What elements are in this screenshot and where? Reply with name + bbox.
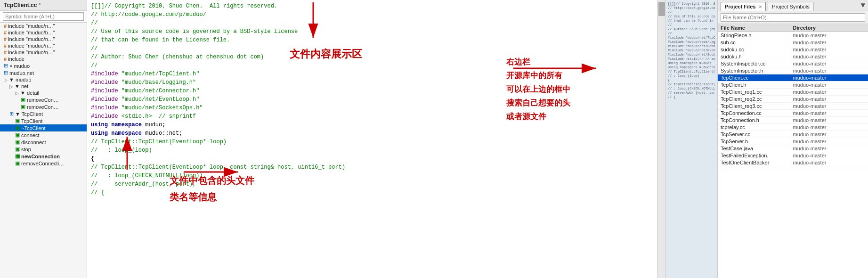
file-name-cell: TestCase.java xyxy=(721,146,793,151)
tree-item-muduo[interactable]: ⊞ × muduo xyxy=(0,62,87,69)
tree-item-detail_group[interactable]: ▷ ▼ detail xyxy=(0,90,87,96)
file-row[interactable]: tcprelay.ccmuduo-master xyxy=(718,124,868,131)
symbol-search-area xyxy=(0,11,87,23)
tree-item-removeConnec[interactable]: ▣ removeConnecti… xyxy=(0,160,87,167)
tree-item-label: include "muduo/n…" xyxy=(8,43,55,49)
code-content-area[interactable]: [[]]// Copyright 2010, Shuo Chen. All ri… xyxy=(87,0,657,278)
tree-item-include4[interactable]: # include "muduo/n…" xyxy=(0,42,87,49)
tree-item-removeCon2[interactable]: ▣ removeCon… xyxy=(0,103,87,110)
code-line: using namespace muduo; xyxy=(91,121,653,129)
minimap-line: using namespace muduo::net; xyxy=(668,65,715,70)
code-line: #include "muduo/net/SocketsOps.h" xyxy=(91,104,653,112)
tree-item-label: ~TcpClient xyxy=(21,125,46,131)
tree-item-include5[interactable]: # include "muduo/n…" xyxy=(0,49,87,56)
panel-collapse-button[interactable]: ▼ xyxy=(860,1,865,11)
file-table-header: File Name Directory xyxy=(718,24,868,32)
code-line: #include "muduo/net/EventLoop.h" xyxy=(91,95,653,104)
tree-item-include1[interactable]: # include "muduo/n…" xyxy=(0,23,87,29)
minimap-line: // xyxy=(668,32,715,36)
tree-item-net_group[interactable]: ▷ ▼ net xyxy=(0,83,87,90)
file-name-cell: TcpClient.h xyxy=(721,82,793,88)
tree-item-include6[interactable]: # include xyxy=(0,56,87,62)
tree-item-label: include "muduo/n…" xyxy=(8,49,55,55)
class-icon: ⊞ xyxy=(9,111,14,117)
tree-item-include2[interactable]: # include "muduo/b…" xyxy=(0,29,87,36)
file-name-cell: TcpConnection.h xyxy=(721,117,793,123)
file-row[interactable]: TcpClient_req3.ccmuduo-master xyxy=(718,103,868,110)
code-line: { xyxy=(91,155,653,163)
tree-item-label: ▼ net xyxy=(15,83,28,89)
tab-project-files[interactable]: Project Files × xyxy=(721,2,766,11)
scrollbar[interactable] xyxy=(657,0,665,278)
file-row[interactable]: TcpClient.hmuduo-master xyxy=(718,82,868,89)
symbol-search-input[interactable] xyxy=(3,12,84,21)
tree-item-muduo_net[interactable]: ⊞ muduo.net xyxy=(0,69,87,76)
tree-item-connect[interactable]: ▣ connect xyxy=(0,131,87,139)
file-name-cell: TcpServer.cc xyxy=(721,131,793,137)
minimap-line: // serverAddr_(host, port), xyxy=(668,91,715,95)
tree-item-label: ▼ muduo xyxy=(9,77,32,82)
minimap-line: // Author: Shuo Chen (chenshuo at chensh xyxy=(668,27,715,32)
tree-item-disconnect[interactable]: ▣ disconnect xyxy=(0,139,87,146)
code-line: // that can be found in the License file… xyxy=(91,36,653,44)
file-row[interactable]: TcpConnection.ccmuduo-master xyxy=(718,110,868,117)
tree-item-TcpClient[interactable]: ⊞ ▼ TcpClient xyxy=(0,110,87,117)
col-header-directory: Directory xyxy=(793,25,866,31)
file-row[interactable]: SystemInspector.ccmuduo-master xyxy=(718,60,868,67)
file-dir-cell: muduo-master xyxy=(793,33,866,38)
file-row[interactable]: TestOneClientBackermuduo-master xyxy=(718,159,868,166)
file-row[interactable]: TcpClient_req1.ccmuduo-master xyxy=(718,89,868,96)
file-name-cell: TcpClient_req2.cc xyxy=(721,96,793,102)
file-name-cell: sudoku.h xyxy=(721,54,793,59)
tree-item-label: newConnection xyxy=(21,154,60,159)
tree-item-label: ▼ detail xyxy=(20,90,39,96)
file-row[interactable]: TcpClient_req2.ccmuduo-master xyxy=(718,96,868,103)
minimap-line: // xyxy=(668,23,715,27)
tree-item-include3[interactable]: # include "muduo/n…" xyxy=(0,36,87,42)
file-row[interactable]: TcpConnection.hmuduo-master xyxy=(718,117,868,124)
minimap-line: // TcpClient::TcpClient(EventLoop* loop) xyxy=(668,70,715,74)
hash-icon: # xyxy=(4,43,7,49)
hash-icon: # xyxy=(4,49,7,55)
annotation-header-include: 文件中包含的头文件 xyxy=(170,174,254,187)
file-row[interactable]: TcpServer.hmuduo-master xyxy=(718,138,868,145)
func-icon: ▣ xyxy=(15,160,20,166)
tree-item-TcpClient3[interactable]: ▣ ~TcpClient xyxy=(0,124,87,131)
minimap-line: // TcpClient::TcpClient(EventLoop* loop, xyxy=(668,82,715,87)
tree-item-label: stop xyxy=(21,147,31,152)
col-header-filename: File Name xyxy=(721,25,793,31)
tab-project-files-close[interactable]: × xyxy=(759,4,762,9)
tree-item-stop[interactable]: ▣ stop xyxy=(0,146,87,153)
tree-item-TcpClient2[interactable]: ▣ TcpClient xyxy=(0,117,87,124)
file-row[interactable]: TcpClient.ccmuduo-master xyxy=(718,74,868,82)
tree-item-muduo_group[interactable]: ▷ ▼ muduo xyxy=(0,76,87,83)
file-row[interactable]: sub.ccmuduo-master xyxy=(718,39,868,46)
file-row[interactable]: TcpServer.ccmuduo-master xyxy=(718,131,868,138)
file-dir-cell: muduo-master xyxy=(793,131,866,137)
file-row[interactable]: sudoku.hmuduo-master xyxy=(718,53,868,60)
tree-item-newConnection[interactable]: ▣ newConnection xyxy=(0,153,87,160)
right-panel: Project Files × Project Symbols ▼ File N… xyxy=(717,0,868,278)
hash-icon: # xyxy=(4,23,7,29)
file-row[interactable]: TestCase.javamuduo-master xyxy=(718,145,868,152)
minimap-line: #include "muduo/net/TcpClient.h" xyxy=(668,36,715,40)
tree-item-label: × muduo xyxy=(9,63,30,69)
file-name-cell: SystemInspector.h xyxy=(721,68,793,74)
minimap-line: #include <stdio.h> // snprintf xyxy=(668,57,715,61)
code-line: #include <stdio.h> // snprintf xyxy=(91,112,653,121)
tab-project-symbols[interactable]: Project Symbols xyxy=(768,2,813,11)
file-dir-cell: muduo-master xyxy=(793,40,866,45)
file-row[interactable]: SystemInspector.hmuduo-master xyxy=(718,67,868,74)
file-row[interactable]: StringPiece.hmuduo-master xyxy=(718,32,868,39)
file-search-area xyxy=(718,11,868,24)
file-dir-cell: muduo-master xyxy=(793,117,866,123)
file-dir-cell: muduo-master xyxy=(793,82,866,88)
code-line: // TcpClient::TcpClient(EventLoop* loop,… xyxy=(91,163,653,172)
func-icon: ▣ xyxy=(15,139,20,145)
file-search-input[interactable] xyxy=(721,13,865,22)
scroll-thumb[interactable] xyxy=(658,2,665,16)
file-row[interactable]: TestFailedException.muduo-master xyxy=(718,152,868,159)
file-row[interactable]: sudoku.ccmuduo-master xyxy=(718,46,868,53)
tree-item-removeCon1[interactable]: ▣ removeCon… xyxy=(0,96,87,103)
file-name-cell: TestOneClientBacker xyxy=(721,160,793,165)
